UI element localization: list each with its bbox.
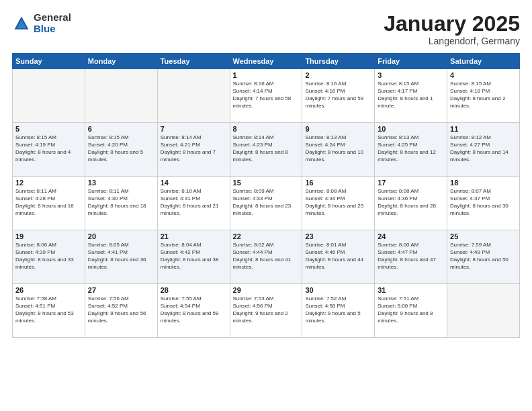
table-row: 20Sunrise: 8:05 AMSunset: 4:41 PMDayligh…	[85, 230, 157, 284]
day-info: Sunrise: 7:53 AMSunset: 4:56 PMDaylight:…	[233, 295, 300, 324]
day-info: Sunrise: 8:15 AMSunset: 4:20 PMDaylight:…	[88, 134, 154, 163]
day-info: Sunrise: 8:08 AMSunset: 4:36 PMDaylight:…	[378, 188, 444, 217]
table-row: 31Sunrise: 7:51 AMSunset: 5:00 PMDayligh…	[375, 284, 447, 338]
day-number: 24	[378, 232, 444, 240]
day-info: Sunrise: 8:04 AMSunset: 4:42 PMDaylight:…	[161, 242, 227, 271]
day-number: 5	[15, 125, 82, 133]
day-info: Sunrise: 8:15 AMSunset: 4:19 PMDaylight:…	[15, 134, 82, 163]
calendar-subtitle: Langendorf, Germany	[384, 36, 520, 46]
day-number: 17	[378, 179, 444, 187]
table-row: 10Sunrise: 8:13 AMSunset: 4:25 PMDayligh…	[375, 123, 447, 177]
day-info: Sunrise: 8:10 AMSunset: 4:31 PMDaylight:…	[161, 188, 227, 217]
table-row: 6Sunrise: 8:15 AMSunset: 4:20 PMDaylight…	[85, 123, 157, 177]
table-row: 16Sunrise: 8:08 AMSunset: 4:34 PMDayligh…	[302, 177, 375, 230]
table-row	[157, 69, 230, 123]
day-info: Sunrise: 8:11 AMSunset: 4:28 PMDaylight:…	[15, 188, 82, 217]
day-number: 6	[88, 125, 154, 133]
header-row: Sunday Monday Tuesday Wednesday Thursday…	[13, 54, 520, 69]
table-row: 25Sunrise: 7:59 AMSunset: 4:49 PMDayligh…	[447, 230, 520, 284]
table-row	[13, 69, 85, 123]
table-row: 27Sunrise: 7:56 AMSunset: 4:52 PMDayligh…	[85, 284, 157, 338]
day-number: 8	[233, 125, 300, 133]
col-tuesday: Tuesday	[157, 54, 230, 69]
day-number: 4	[450, 71, 517, 79]
day-info: Sunrise: 7:51 AMSunset: 5:00 PMDaylight:…	[378, 295, 444, 324]
table-row: 9Sunrise: 8:13 AMSunset: 4:24 PMDaylight…	[302, 123, 375, 177]
table-row: 22Sunrise: 8:02 AMSunset: 4:44 PMDayligh…	[230, 230, 302, 284]
table-row: 5Sunrise: 8:15 AMSunset: 4:19 PMDaylight…	[13, 123, 85, 177]
day-info: Sunrise: 8:01 AMSunset: 4:46 PMDaylight:…	[305, 242, 371, 271]
day-info: Sunrise: 7:59 AMSunset: 4:49 PMDaylight:…	[450, 242, 517, 271]
table-row: 23Sunrise: 8:01 AMSunset: 4:46 PMDayligh…	[302, 230, 375, 284]
day-info: Sunrise: 8:11 AMSunset: 4:30 PMDaylight:…	[88, 188, 154, 217]
table-row: 14Sunrise: 8:10 AMSunset: 4:31 PMDayligh…	[157, 177, 230, 230]
page: General Blue January 2025 Langendorf, Ge…	[0, 0, 532, 411]
table-row: 29Sunrise: 7:53 AMSunset: 4:56 PMDayligh…	[230, 284, 302, 338]
calendar-title: January 2025	[384, 12, 520, 36]
day-number: 30	[305, 286, 371, 294]
logo: General Blue	[12, 12, 71, 34]
logo-text: General Blue	[34, 12, 71, 34]
day-number: 25	[450, 232, 517, 240]
day-info: Sunrise: 8:16 AMSunset: 4:16 PMDaylight:…	[305, 81, 371, 109]
table-row: 3Sunrise: 8:15 AMSunset: 4:17 PMDaylight…	[375, 69, 447, 123]
table-row: 17Sunrise: 8:08 AMSunset: 4:36 PMDayligh…	[375, 177, 447, 230]
table-row: 7Sunrise: 8:14 AMSunset: 4:21 PMDaylight…	[157, 123, 230, 177]
day-number: 3	[378, 71, 444, 79]
day-number: 13	[88, 179, 154, 187]
table-row	[85, 69, 157, 123]
day-number: 22	[233, 232, 300, 240]
day-info: Sunrise: 8:14 AMSunset: 4:21 PMDaylight:…	[161, 134, 227, 163]
day-number: 29	[233, 286, 300, 294]
day-info: Sunrise: 8:09 AMSunset: 4:33 PMDaylight:…	[233, 188, 300, 217]
day-number: 28	[161, 286, 227, 294]
calendar-week-row: 26Sunrise: 7:58 AMSunset: 4:51 PMDayligh…	[13, 284, 520, 338]
calendar-table: Sunday Monday Tuesday Wednesday Thursday…	[12, 53, 520, 338]
day-number: 7	[161, 125, 227, 133]
table-row: 28Sunrise: 7:55 AMSunset: 4:54 PMDayligh…	[157, 284, 230, 338]
col-wednesday: Wednesday	[230, 54, 302, 69]
day-number: 12	[15, 179, 82, 187]
day-number: 15	[233, 179, 300, 187]
day-info: Sunrise: 8:13 AMSunset: 4:24 PMDaylight:…	[305, 134, 371, 163]
logo-icon	[12, 14, 31, 33]
day-number: 10	[378, 125, 444, 133]
table-row: 11Sunrise: 8:12 AMSunset: 4:27 PMDayligh…	[447, 123, 520, 177]
table-row: 2Sunrise: 8:16 AMSunset: 4:16 PMDaylight…	[302, 69, 375, 123]
day-number: 26	[15, 286, 82, 294]
table-row: 30Sunrise: 7:52 AMSunset: 4:58 PMDayligh…	[302, 284, 375, 338]
table-row: 15Sunrise: 8:09 AMSunset: 4:33 PMDayligh…	[230, 177, 302, 230]
day-info: Sunrise: 7:58 AMSunset: 4:51 PMDaylight:…	[15, 295, 82, 324]
table-row: 24Sunrise: 8:00 AMSunset: 4:47 PMDayligh…	[375, 230, 447, 284]
day-number: 2	[305, 71, 371, 79]
day-info: Sunrise: 8:12 AMSunset: 4:27 PMDaylight:…	[450, 134, 517, 163]
col-friday: Friday	[375, 54, 447, 69]
day-info: Sunrise: 8:00 AMSunset: 4:47 PMDaylight:…	[378, 242, 444, 271]
day-info: Sunrise: 8:14 AMSunset: 4:23 PMDaylight:…	[233, 134, 300, 163]
day-info: Sunrise: 7:52 AMSunset: 4:58 PMDaylight:…	[305, 295, 371, 324]
col-saturday: Saturday	[447, 54, 520, 69]
day-info: Sunrise: 8:08 AMSunset: 4:34 PMDaylight:…	[305, 188, 371, 217]
day-info: Sunrise: 7:55 AMSunset: 4:54 PMDaylight:…	[161, 295, 227, 324]
header: General Blue January 2025 Langendorf, Ge…	[12, 12, 520, 46]
day-number: 20	[88, 232, 154, 240]
col-sunday: Sunday	[13, 54, 85, 69]
calendar-week-row: 1Sunrise: 8:16 AMSunset: 4:14 PMDaylight…	[13, 69, 520, 123]
table-row: 26Sunrise: 7:58 AMSunset: 4:51 PMDayligh…	[13, 284, 85, 338]
table-row: 13Sunrise: 8:11 AMSunset: 4:30 PMDayligh…	[85, 177, 157, 230]
day-number: 1	[233, 71, 300, 79]
day-number: 11	[450, 125, 517, 133]
day-number: 21	[161, 232, 227, 240]
table-row: 21Sunrise: 8:04 AMSunset: 4:42 PMDayligh…	[157, 230, 230, 284]
table-row	[447, 284, 520, 338]
calendar-week-row: 12Sunrise: 8:11 AMSunset: 4:28 PMDayligh…	[13, 177, 520, 230]
day-info: Sunrise: 8:13 AMSunset: 4:25 PMDaylight:…	[378, 134, 444, 163]
day-info: Sunrise: 8:05 AMSunset: 4:41 PMDaylight:…	[88, 242, 154, 271]
day-info: Sunrise: 8:16 AMSunset: 4:14 PMDaylight:…	[233, 81, 300, 109]
calendar-week-row: 19Sunrise: 8:06 AMSunset: 4:39 PMDayligh…	[13, 230, 520, 284]
day-number: 18	[450, 179, 517, 187]
table-row: 18Sunrise: 8:07 AMSunset: 4:37 PMDayligh…	[447, 177, 520, 230]
day-info: Sunrise: 8:15 AMSunset: 4:17 PMDaylight:…	[378, 81, 444, 109]
day-number: 23	[305, 232, 371, 240]
day-info: Sunrise: 8:06 AMSunset: 4:39 PMDaylight:…	[15, 242, 82, 271]
